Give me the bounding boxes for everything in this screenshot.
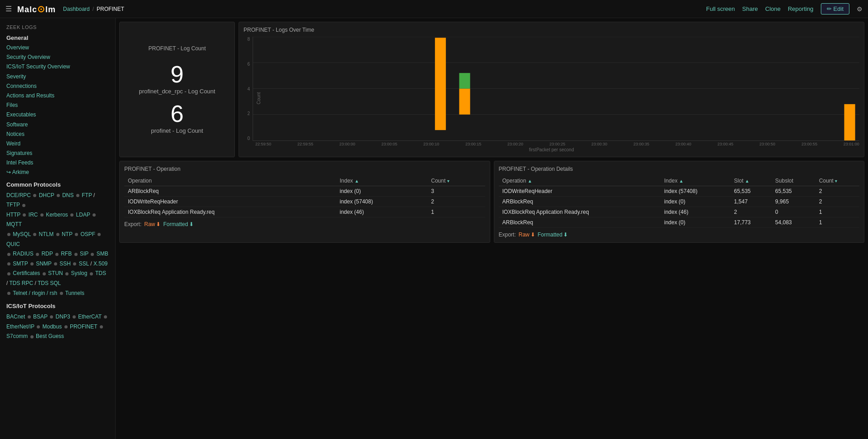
- sidebar-item-mysql[interactable]: MySQL: [13, 231, 31, 237]
- share-link[interactable]: Share: [742, 5, 758, 12]
- cell-index: index (0): [661, 197, 731, 207]
- logo-text: Malc⊙lm: [17, 4, 56, 14]
- download-icon: ⬇: [156, 221, 161, 227]
- sidebar-item-x509[interactable]: X.509: [93, 261, 107, 267]
- pencil-icon: ✏: [827, 5, 832, 12]
- sidebar-item-weird[interactable]: Weird: [0, 139, 115, 149]
- od-col-slot[interactable]: Slot ▲: [731, 176, 772, 186]
- sidebar-item-rdp[interactable]: RDP: [41, 251, 53, 257]
- sidebar-item-tds-sql[interactable]: TDS SQL: [38, 280, 61, 286]
- full-screen-link[interactable]: Full screen: [706, 5, 735, 12]
- x-label-6: 23:00:20: [507, 142, 523, 146]
- x-label-0: 22:59:50: [255, 142, 271, 146]
- sidebar-item-certificates[interactable]: Certificates: [13, 270, 40, 276]
- dot-icon: [74, 253, 78, 256]
- sort-icon: ▲: [355, 178, 359, 183]
- od-col-index[interactable]: Index ▲: [661, 176, 731, 186]
- sidebar-item-sip[interactable]: SIP: [80, 251, 88, 257]
- cell-operation: IODWriteReqHeader: [499, 186, 661, 197]
- bar-orange-2: [459, 89, 470, 115]
- hamburger-icon[interactable]: ☰: [5, 5, 12, 13]
- sidebar-item-dns[interactable]: DNS: [62, 192, 73, 198]
- sidebar-item-security-overview[interactable]: Security Overview: [0, 53, 115, 62]
- od-col-operation[interactable]: Operation ▲: [499, 176, 661, 186]
- dot-icon: [50, 315, 53, 318]
- sidebar-item-ntp[interactable]: NTP: [62, 231, 73, 237]
- sidebar-item-bsap[interactable]: BSAP: [33, 314, 48, 320]
- sidebar-item-tds[interactable]: TDS: [95, 270, 106, 276]
- sidebar-item-ntlm[interactable]: NTLM: [39, 231, 54, 237]
- sidebar-item-tunnels[interactable]: Tunnels: [65, 290, 84, 296]
- sidebar-item-ssl[interactable]: SSL: [79, 261, 89, 267]
- sidebar-item-ics-overview[interactable]: ICS/IoT Security Overview: [0, 62, 115, 72]
- sidebar-item-http[interactable]: HTTP: [6, 212, 20, 218]
- export-raw-link-details[interactable]: Raw ⬇: [519, 232, 535, 238]
- cell-index: index (57408): [661, 186, 731, 197]
- sidebar-common-protocols-title: Common Protocols: [0, 178, 115, 190]
- sidebar-item-s7comm[interactable]: S7comm: [6, 333, 28, 339]
- x-label-11: 23:00:45: [717, 142, 733, 146]
- sidebar-item-intel-feeds[interactable]: Intel Feeds: [0, 158, 115, 168]
- cell-index: index (46): [661, 207, 731, 217]
- y-label-4: 4: [244, 87, 250, 92]
- edit-button[interactable]: ✏ Edit: [821, 3, 849, 14]
- sidebar-item-dhcp[interactable]: DHCP: [39, 192, 54, 198]
- sidebar-item-best-guess[interactable]: Best Guess: [36, 333, 64, 339]
- sidebar-item-stun[interactable]: STUN: [48, 270, 63, 276]
- dot-icon: [73, 262, 76, 265]
- sidebar-item-kerberos[interactable]: Kerberos: [46, 212, 68, 218]
- sidebar-item-smb[interactable]: SMB: [97, 251, 108, 257]
- sidebar-ics-title: ICS/IoT Protocols: [0, 299, 115, 311]
- sidebar-item-executables[interactable]: Executables: [0, 110, 115, 120]
- sidebar-item-bacnet[interactable]: BACnet: [6, 314, 25, 320]
- cell-index: index (0): [336, 186, 427, 197]
- dot-icon: [70, 213, 73, 217]
- op-col-operation[interactable]: Operation: [124, 176, 336, 186]
- od-col-subslot[interactable]: Subslot: [771, 176, 815, 186]
- od-col-count[interactable]: Count ▾: [815, 176, 859, 186]
- sidebar-item-modbus[interactable]: Modbus: [43, 323, 62, 330]
- sidebar-item-ldap[interactable]: LDAP: [76, 212, 90, 218]
- reporting-link[interactable]: Reporting: [788, 5, 813, 12]
- sidebar-item-arkime[interactable]: ↪ Arkime: [0, 168, 115, 177]
- op-col-index[interactable]: Index ▲: [336, 176, 427, 186]
- dot-icon: [7, 233, 10, 236]
- sidebar-item-irc[interactable]: IRC: [29, 212, 38, 218]
- op-col-count[interactable]: Count ▾: [427, 176, 485, 186]
- export-formatted-link-details[interactable]: Formatted ⬇: [538, 232, 568, 238]
- sidebar-item-actions-results[interactable]: Actions and Results: [0, 91, 115, 101]
- sidebar-item-ethernetip[interactable]: EtherNet/IP: [6, 323, 34, 330]
- x-label-4: 23:00:10: [424, 142, 439, 146]
- sidebar-item-rfb[interactable]: RFB: [61, 251, 72, 257]
- export-raw-link[interactable]: Raw ⬇: [144, 221, 161, 227]
- sidebar-item-dcerpc[interactable]: DCE/RPC: [6, 192, 31, 198]
- sidebar-item-connections[interactable]: Connections: [0, 82, 115, 91]
- clone-link[interactable]: Clone: [765, 5, 780, 12]
- export-row: Export: Raw ⬇ Formatted ⬇: [124, 221, 485, 227]
- sidebar-item-overview[interactable]: Overview: [0, 43, 115, 53]
- breadcrumb-dashboard[interactable]: Dashboard: [63, 6, 90, 12]
- sidebar-item-syslog[interactable]: Syslog: [71, 270, 87, 276]
- export-formatted-link[interactable]: Formatted ⬇: [163, 221, 194, 227]
- sidebar-item-ssh[interactable]: SSH: [59, 261, 71, 267]
- sidebar-item-signatures[interactable]: Signatures: [0, 149, 115, 158]
- sidebar-item-smtp[interactable]: SMTP: [13, 261, 28, 267]
- sidebar-item-quic[interactable]: QUIC: [6, 241, 20, 247]
- sidebar-item-snmp[interactable]: SNMP: [36, 261, 51, 267]
- sidebar-item-severity[interactable]: Severity: [0, 72, 115, 82]
- sort-icon: ▲: [679, 178, 683, 183]
- sidebar-item-ethercat[interactable]: EtherCAT: [78, 314, 102, 320]
- sidebar-item-ospf[interactable]: OSPF: [80, 231, 95, 237]
- sidebar-item-notices[interactable]: Notices: [0, 130, 115, 139]
- dot-icon: [90, 272, 93, 275]
- sidebar-item-profinet[interactable]: PROFINET: [70, 323, 97, 330]
- sidebar-item-mqtt[interactable]: MQTT: [6, 221, 22, 227]
- sidebar-item-tds-rpc[interactable]: TDS RPC: [9, 280, 33, 286]
- sidebar-item-ftp[interactable]: FTP: [82, 192, 92, 198]
- sidebar-item-radius[interactable]: RADIUS: [13, 251, 33, 257]
- sidebar-item-telnet[interactable]: Telnet / rlogin / rsh: [13, 290, 57, 296]
- sidebar-item-tftp[interactable]: TFTP: [6, 202, 20, 208]
- sidebar-item-files[interactable]: Files: [0, 101, 115, 110]
- sidebar-item-software[interactable]: Software: [0, 120, 115, 130]
- sidebar-item-dnp3[interactable]: DNP3: [56, 314, 70, 320]
